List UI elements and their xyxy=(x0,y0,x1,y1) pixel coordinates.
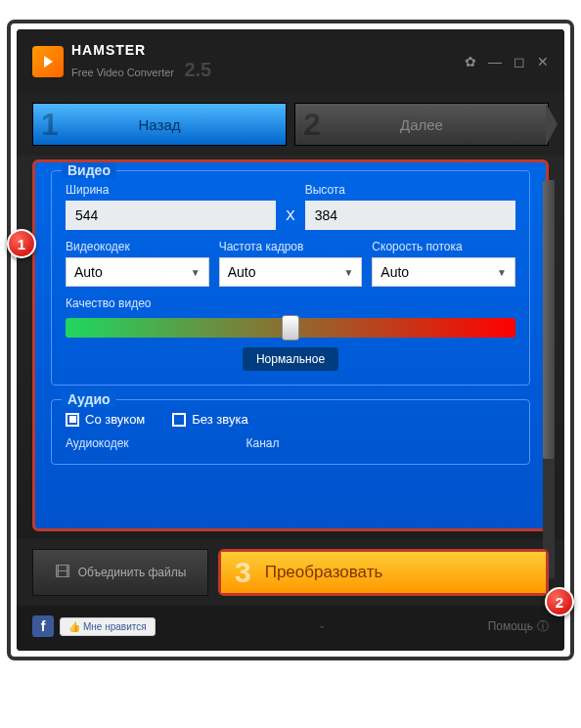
help-icon: ⓘ xyxy=(537,618,549,635)
footer: f 👍Мне нравится ⌄ Помощьⓘ xyxy=(17,606,564,651)
slider-handle[interactable] xyxy=(282,315,299,341)
audio-legend: Аудио xyxy=(62,391,116,407)
app-version: 2.5 xyxy=(184,59,211,80)
dimension-separator: X xyxy=(286,207,294,230)
fps-label: Частота кадров xyxy=(219,240,363,253)
facebook-icon[interactable]: f xyxy=(32,615,54,637)
bottom-bar: 🎞 Объединить файлы 3 Преобразовать xyxy=(17,539,564,606)
width-input[interactable] xyxy=(66,201,276,230)
audio-fieldset: Аудио Со звуком Без звука Аудиокодек Кан… xyxy=(51,399,530,465)
audio-codec-label: Аудиокодек xyxy=(66,436,129,450)
bitrate-label: Скорость потока xyxy=(372,240,515,253)
video-legend: Видео xyxy=(62,162,116,178)
settings-panel: Видео Ширина X Высота Видеокодек Auto▼ xyxy=(32,159,549,531)
step-bar: 1 Назад 2 Далее xyxy=(17,93,564,156)
quality-value: Нормальное xyxy=(243,347,338,371)
no-sound-checkbox[interactable]: Без звука xyxy=(172,412,247,427)
callout-marker-1: 1 xyxy=(7,229,36,258)
settings-icon[interactable]: ✿ xyxy=(465,54,476,69)
chevron-down-icon: ▼ xyxy=(191,267,201,278)
quality-slider[interactable] xyxy=(66,318,515,338)
with-sound-checkbox[interactable]: Со звуком xyxy=(66,412,145,427)
close-icon[interactable]: ✕ xyxy=(537,54,549,69)
film-icon: 🎞 xyxy=(55,564,70,581)
callout-marker-2: 2 xyxy=(545,587,574,616)
minimize-icon[interactable]: — xyxy=(488,54,502,69)
step-back[interactable]: 1 Назад xyxy=(32,103,287,146)
app-subtitle: Free Video Converter xyxy=(71,67,174,78)
video-fieldset: Видео Ширина X Высота Видеокодек Auto▼ xyxy=(51,170,530,386)
bitrate-select[interactable]: Auto▼ xyxy=(372,257,515,287)
like-button[interactable]: 👍Мне нравится xyxy=(60,617,156,636)
app-window: HAMSTER Free Video Converter 2.5 ✿ — ◻ ✕… xyxy=(17,29,564,651)
merge-files-button[interactable]: 🎞 Объединить файлы xyxy=(32,549,208,596)
fps-select[interactable]: Auto▼ xyxy=(219,257,363,287)
maximize-icon[interactable]: ◻ xyxy=(514,54,525,69)
scrollbar[interactable] xyxy=(543,180,555,578)
scrollbar-thumb[interactable] xyxy=(543,180,555,459)
height-input[interactable] xyxy=(305,201,515,230)
app-name: HAMSTER xyxy=(71,42,146,58)
chevron-down-icon: ▼ xyxy=(343,267,353,278)
titlebar: HAMSTER Free Video Converter 2.5 ✿ — ◻ ✕ xyxy=(17,29,564,93)
quality-label: Качество видео xyxy=(66,296,515,310)
step-next[interactable]: 2 Далее xyxy=(294,103,549,146)
codec-label: Видеокодек xyxy=(66,240,209,253)
height-label: Высота xyxy=(305,183,515,197)
expand-icon[interactable]: ⌄ xyxy=(156,619,488,630)
help-link[interactable]: Помощьⓘ xyxy=(488,618,549,635)
app-logo-icon xyxy=(32,46,64,77)
codec-select[interactable]: Auto▼ xyxy=(66,257,209,287)
width-label: Ширина xyxy=(66,183,276,197)
convert-button[interactable]: 3 Преобразовать xyxy=(221,552,546,593)
audio-channel-label: Канал xyxy=(246,436,280,450)
chevron-down-icon: ▼ xyxy=(497,267,507,278)
